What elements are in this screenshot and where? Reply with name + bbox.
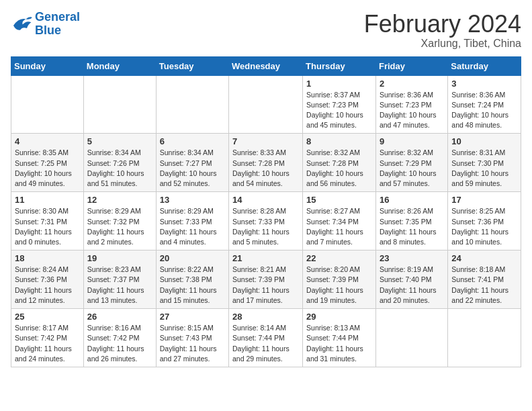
page-title: February 2024	[364, 11, 521, 38]
day-number: 28	[232, 312, 299, 322]
day-number: 10	[451, 136, 517, 146]
calendar-cell	[83, 75, 156, 134]
day-number: 29	[306, 312, 372, 322]
day-number: 3	[451, 79, 517, 89]
calendar-cell: 28Sunrise: 8:14 AM Sunset: 7:44 PM Dayli…	[229, 309, 303, 367]
day-info: Sunrise: 8:15 AM Sunset: 7:43 PM Dayligh…	[160, 323, 225, 364]
calendar-cell: 20Sunrise: 8:22 AM Sunset: 7:38 PM Dayli…	[156, 250, 228, 309]
calendar-cell: 13Sunrise: 8:29 AM Sunset: 7:33 PM Dayli…	[156, 192, 228, 250]
day-info: Sunrise: 8:29 AM Sunset: 7:33 PM Dayligh…	[160, 206, 225, 247]
day-number: 15	[306, 195, 372, 205]
day-number: 23	[380, 253, 444, 263]
day-number: 25	[15, 312, 80, 322]
calendar-cell: 16Sunrise: 8:26 AM Sunset: 7:35 PM Dayli…	[375, 192, 447, 250]
page-header: General Blue February 2024 Xarlung, Tibe…	[11, 11, 521, 50]
day-number: 4	[15, 136, 80, 146]
calendar-table: SundayMondayTuesdayWednesdayThursdayFrid…	[11, 56, 521, 367]
calendar-cell: 12Sunrise: 8:29 AM Sunset: 7:32 PM Dayli…	[83, 192, 156, 250]
day-number: 22	[306, 253, 372, 263]
day-info: Sunrise: 8:18 AM Sunset: 7:41 PM Dayligh…	[451, 265, 517, 306]
day-number: 8	[306, 136, 372, 146]
day-info: Sunrise: 8:20 AM Sunset: 7:39 PM Dayligh…	[306, 265, 372, 306]
calendar-week-row: 11Sunrise: 8:30 AM Sunset: 7:31 PM Dayli…	[11, 192, 521, 250]
day-info: Sunrise: 8:27 AM Sunset: 7:34 PM Dayligh…	[306, 206, 372, 247]
calendar-cell	[156, 75, 228, 134]
day-number: 18	[15, 253, 80, 263]
day-number: 27	[160, 312, 225, 322]
calendar-cell: 14Sunrise: 8:28 AM Sunset: 7:33 PM Dayli…	[229, 192, 303, 250]
calendar-cell: 5Sunrise: 8:34 AM Sunset: 7:26 PM Daylig…	[83, 134, 156, 192]
day-number: 17	[451, 195, 517, 205]
calendar-cell: 26Sunrise: 8:16 AM Sunset: 7:42 PM Dayli…	[83, 309, 156, 367]
day-info: Sunrise: 8:35 AM Sunset: 7:25 PM Dayligh…	[15, 148, 80, 189]
weekday-header-row: SundayMondayTuesdayWednesdayThursdayFrid…	[11, 56, 521, 75]
day-info: Sunrise: 8:21 AM Sunset: 7:39 PM Dayligh…	[232, 265, 299, 306]
calendar-cell: 1Sunrise: 8:37 AM Sunset: 7:23 PM Daylig…	[303, 75, 376, 134]
day-info: Sunrise: 8:31 AM Sunset: 7:30 PM Dayligh…	[451, 148, 517, 189]
calendar-cell: 11Sunrise: 8:30 AM Sunset: 7:31 PM Dayli…	[11, 192, 84, 250]
logo-text: General Blue	[35, 11, 80, 38]
day-info: Sunrise: 8:36 AM Sunset: 7:24 PM Dayligh…	[451, 90, 517, 131]
day-info: Sunrise: 8:33 AM Sunset: 7:28 PM Dayligh…	[232, 148, 299, 189]
title-block: February 2024 Xarlung, Tibet, China	[364, 11, 521, 50]
day-number: 12	[87, 195, 152, 205]
calendar-cell: 29Sunrise: 8:13 AM Sunset: 7:44 PM Dayli…	[303, 309, 376, 367]
day-info: Sunrise: 8:23 AM Sunset: 7:37 PM Dayligh…	[87, 265, 152, 306]
calendar-cell	[448, 309, 521, 367]
day-number: 2	[380, 79, 444, 89]
calendar-cell: 10Sunrise: 8:31 AM Sunset: 7:30 PM Dayli…	[448, 134, 521, 192]
day-info: Sunrise: 8:24 AM Sunset: 7:36 PM Dayligh…	[15, 265, 80, 306]
day-info: Sunrise: 8:34 AM Sunset: 7:26 PM Dayligh…	[87, 148, 152, 189]
calendar-cell: 17Sunrise: 8:25 AM Sunset: 7:36 PM Dayli…	[448, 192, 521, 250]
day-info: Sunrise: 8:16 AM Sunset: 7:42 PM Dayligh…	[87, 323, 152, 364]
day-info: Sunrise: 8:32 AM Sunset: 7:28 PM Dayligh…	[306, 148, 372, 189]
day-number: 19	[87, 253, 152, 263]
day-info: Sunrise: 8:30 AM Sunset: 7:31 PM Dayligh…	[15, 206, 80, 247]
day-number: 5	[87, 136, 152, 146]
weekday-header-tuesday: Tuesday	[156, 56, 228, 75]
day-number: 13	[160, 195, 225, 205]
weekday-header-wednesday: Wednesday	[229, 56, 303, 75]
day-number: 6	[160, 136, 225, 146]
calendar-week-row: 1Sunrise: 8:37 AM Sunset: 7:23 PM Daylig…	[11, 75, 521, 134]
day-info: Sunrise: 8:29 AM Sunset: 7:32 PM Dayligh…	[87, 206, 152, 247]
calendar-cell: 23Sunrise: 8:19 AM Sunset: 7:40 PM Dayli…	[375, 250, 447, 309]
weekday-header-monday: Monday	[83, 56, 156, 75]
calendar-week-row: 25Sunrise: 8:17 AM Sunset: 7:42 PM Dayli…	[11, 309, 521, 367]
page-subtitle: Xarlung, Tibet, China	[364, 38, 521, 50]
calendar-cell: 22Sunrise: 8:20 AM Sunset: 7:39 PM Dayli…	[303, 250, 376, 309]
day-number: 26	[87, 312, 152, 322]
calendar-cell: 9Sunrise: 8:32 AM Sunset: 7:29 PM Daylig…	[375, 134, 447, 192]
day-info: Sunrise: 8:32 AM Sunset: 7:29 PM Dayligh…	[380, 148, 444, 189]
calendar-cell	[229, 75, 303, 134]
day-info: Sunrise: 8:14 AM Sunset: 7:44 PM Dayligh…	[232, 323, 299, 364]
weekday-header-friday: Friday	[375, 56, 447, 75]
calendar-cell: 25Sunrise: 8:17 AM Sunset: 7:42 PM Dayli…	[11, 309, 84, 367]
day-info: Sunrise: 8:19 AM Sunset: 7:40 PM Dayligh…	[380, 265, 444, 306]
day-number: 24	[451, 253, 517, 263]
day-number: 7	[232, 136, 299, 146]
day-info: Sunrise: 8:26 AM Sunset: 7:35 PM Dayligh…	[380, 206, 444, 247]
day-info: Sunrise: 8:25 AM Sunset: 7:36 PM Dayligh…	[451, 206, 517, 247]
day-number: 20	[160, 253, 225, 263]
calendar-cell: 15Sunrise: 8:27 AM Sunset: 7:34 PM Dayli…	[303, 192, 376, 250]
calendar-cell: 8Sunrise: 8:32 AM Sunset: 7:28 PM Daylig…	[303, 134, 376, 192]
weekday-header-saturday: Saturday	[448, 56, 521, 75]
logo-icon	[11, 15, 32, 34]
day-info: Sunrise: 8:13 AM Sunset: 7:44 PM Dayligh…	[306, 323, 372, 364]
calendar-cell	[11, 75, 84, 134]
calendar-cell: 3Sunrise: 8:36 AM Sunset: 7:24 PM Daylig…	[448, 75, 521, 134]
day-info: Sunrise: 8:34 AM Sunset: 7:27 PM Dayligh…	[160, 148, 225, 189]
logo: General Blue	[11, 11, 80, 38]
calendar-cell: 27Sunrise: 8:15 AM Sunset: 7:43 PM Dayli…	[156, 309, 228, 367]
day-number: 14	[232, 195, 299, 205]
calendar-cell: 4Sunrise: 8:35 AM Sunset: 7:25 PM Daylig…	[11, 134, 84, 192]
day-number: 11	[15, 195, 80, 205]
day-info: Sunrise: 8:37 AM Sunset: 7:23 PM Dayligh…	[306, 90, 372, 131]
weekday-header-sunday: Sunday	[11, 56, 84, 75]
calendar-cell: 21Sunrise: 8:21 AM Sunset: 7:39 PM Dayli…	[229, 250, 303, 309]
calendar-week-row: 18Sunrise: 8:24 AM Sunset: 7:36 PM Dayli…	[11, 250, 521, 309]
calendar-cell: 2Sunrise: 8:36 AM Sunset: 7:23 PM Daylig…	[375, 75, 447, 134]
calendar-cell	[375, 309, 447, 367]
calendar-cell: 7Sunrise: 8:33 AM Sunset: 7:28 PM Daylig…	[229, 134, 303, 192]
